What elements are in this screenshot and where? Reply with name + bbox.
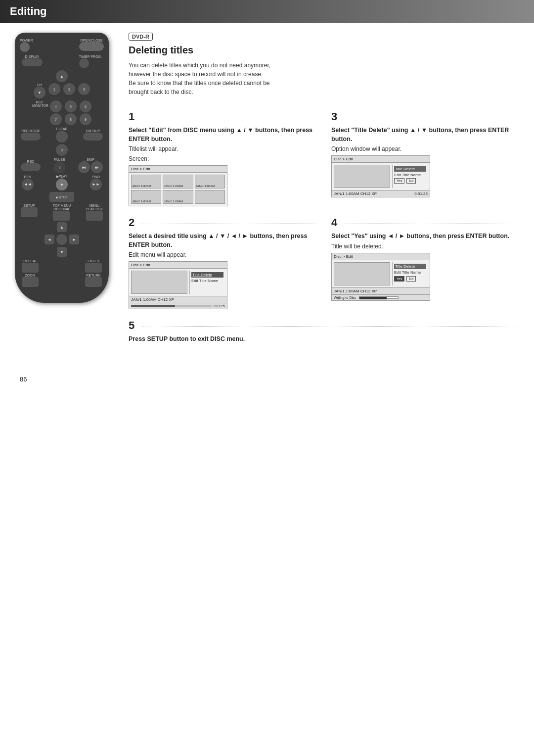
no-btn-4[interactable]: No xyxy=(406,276,416,282)
num5-button[interactable]: 5 xyxy=(65,100,77,112)
thumb-2: JAN/1 1:00AM xyxy=(163,175,193,189)
step-5-dotline xyxy=(142,327,519,327)
clear-button[interactable] xyxy=(56,131,68,142)
screen-3-header: Disc > Edit xyxy=(332,156,430,163)
pause-label: PAUSE xyxy=(53,158,65,161)
fwd-button[interactable]: ►► xyxy=(90,179,102,190)
screen-2-main-thumb xyxy=(131,271,187,294)
nav-enter-button[interactable] xyxy=(56,234,67,245)
top-menu-button[interactable] xyxy=(53,211,70,221)
num4-button[interactable]: 4 xyxy=(50,100,62,112)
skip-fwd-button[interactable]: ⏭ xyxy=(91,161,103,173)
thumb-5: JAN/1 1:00AM xyxy=(163,190,193,204)
num2-button[interactable]: 2 xyxy=(63,83,75,95)
nav-right-button[interactable]: ► xyxy=(69,235,79,244)
rec-button[interactable] xyxy=(21,163,41,171)
skip-back-button[interactable]: ⏮ xyxy=(78,161,90,173)
title-delete-label: Title Delete xyxy=(394,166,426,172)
stop-button[interactable]: ■ STOP xyxy=(49,192,74,202)
rec-mode-label: REC MODE xyxy=(21,129,41,133)
menu-button[interactable] xyxy=(86,211,103,221)
ch-label: CH xyxy=(34,83,45,87)
num7-button[interactable]: 7 xyxy=(50,113,62,125)
screen-4-main-thumb xyxy=(334,262,390,285)
return-button[interactable] xyxy=(85,277,102,287)
yes-selected-btn[interactable]: Yes xyxy=(394,276,404,282)
rec-monitor-label: RECMONITOR xyxy=(32,100,47,107)
nav-up-button[interactable]: ▲ xyxy=(57,222,67,232)
play-button[interactable]: ▶ xyxy=(56,179,68,190)
num3-button[interactable]: 3 xyxy=(78,83,90,95)
remote-top-row: POWER OPEN/CLOSE xyxy=(20,39,104,52)
nav-down-button[interactable]: ▼ xyxy=(57,247,67,257)
thumb-3: JAN/1 1:00AM xyxy=(195,175,225,189)
steps-column: DVD-R Deleting titles You can delete tit… xyxy=(129,33,519,356)
writing-disc-bar: Writing to Disc xyxy=(332,294,430,300)
screen-3-sidebar: Title Delete Edit Title Name Yes No xyxy=(392,165,428,188)
ch-down-button[interactable]: ▼ xyxy=(34,87,45,98)
rev-button[interactable]: ◄◄ xyxy=(22,179,34,190)
setup-label: SETUP xyxy=(21,204,38,207)
page-title: Editing xyxy=(10,5,524,18)
step-2-instruction: Select a desired title using ▲ / ▼ / ◄ /… xyxy=(129,232,316,249)
cm-skip-button[interactable] xyxy=(83,133,103,141)
skip-label: — SKIP — xyxy=(78,158,103,161)
num9-button[interactable]: 9 xyxy=(80,113,91,125)
num8-button[interactable]: 8 xyxy=(65,113,77,125)
repeat-label: REPEAT xyxy=(22,259,39,263)
thumb-3-label: JAN/1 1:00AM xyxy=(196,185,215,188)
repeat-button[interactable] xyxy=(22,263,39,273)
timer-prog-button[interactable] xyxy=(79,58,89,68)
fwd-label: FWD xyxy=(90,175,102,179)
no-btn[interactable]: No xyxy=(406,178,416,184)
screen-3-main-thumb xyxy=(334,165,390,188)
setup-button[interactable] xyxy=(21,207,38,217)
display-button[interactable] xyxy=(22,58,43,66)
section-title: Deleting titles xyxy=(129,45,519,56)
up-arrow-button[interactable]: ▲ xyxy=(56,70,68,82)
screen-2-time: 0:01:25 xyxy=(214,304,225,308)
step-4-instruction: Select "Yes" using ◄ / ► buttons, then p… xyxy=(331,232,519,241)
pause-button[interactable]: ⏸ xyxy=(53,161,65,173)
screen-2-header: Disc > Edit xyxy=(129,262,227,269)
screen-2-footer-left: JAN/1 1:00AM CH12 XP xyxy=(131,297,174,302)
screen-2-progress: 0:01:25 xyxy=(129,303,227,309)
num0-button[interactable]: 0 xyxy=(56,144,68,156)
step-1-dotline xyxy=(142,118,316,118)
open-close-label: OPEN/CLOSE xyxy=(79,39,104,42)
screen-3-time: 0:01:25 xyxy=(414,191,428,196)
num6-button[interactable]: 6 xyxy=(80,100,91,112)
step-3-number: 3 xyxy=(331,110,341,123)
thumb-6 xyxy=(195,190,225,204)
thumb-5-label: JAN/1 1:00AM xyxy=(164,200,183,203)
num1-button[interactable]: 1 xyxy=(48,83,60,95)
step-4-sub: Title will be deleted. xyxy=(331,243,519,250)
steps-grid: 1 Select "Edit" from DISC menu using ▲ /… xyxy=(129,110,519,356)
screen-2-footer: JAN/1 1:00AM CH12 XP xyxy=(129,296,227,303)
screen-4-footer: JAN/1 1:00AM CH12 XP xyxy=(332,287,430,294)
rec-mode-button[interactable] xyxy=(21,133,41,141)
writing-progress-fill xyxy=(359,297,387,299)
dvd-r-badge: DVD-R xyxy=(129,33,153,41)
zoom-button[interactable] xyxy=(22,277,39,287)
section-header: DVD-R Deleting titles You can delete tit… xyxy=(129,33,519,104)
step-2-dotline xyxy=(142,224,316,224)
step-2-screen: Disc > Edit Title Delete Edit Title Name… xyxy=(129,261,227,309)
thumb-1-label: JAN/1 1:00AM xyxy=(132,185,151,188)
yes-btn[interactable]: Yes xyxy=(394,178,404,184)
screen-4-title-delete: Title Delete xyxy=(394,264,426,269)
step-3-screen: Disc > Edit Title Delete Edit Title Name… xyxy=(331,155,430,197)
step-5: 5 Press SETUP button to exit DISC menu. xyxy=(129,319,519,346)
enter-button[interactable] xyxy=(85,263,102,273)
open-close-button[interactable] xyxy=(79,42,104,51)
page-number-area: 86 xyxy=(0,376,534,383)
rev-label: REV xyxy=(22,175,34,179)
step-1: 1 Select "Edit" from DISC menu using ▲ /… xyxy=(129,110,316,206)
nav-left-button[interactable]: ◄ xyxy=(44,235,54,244)
power-button[interactable] xyxy=(20,42,30,52)
step-2: 2 Select a desired title using ▲ / ▼ / ◄… xyxy=(129,216,316,309)
clear-label: CLEAR xyxy=(56,127,68,131)
step-1-screen: Disc > Edit JAN/1 1:00AM JAN/1 1:00AM JA… xyxy=(129,165,227,206)
screen-4-footer-text: JAN/1 1:00AM CH12 XP xyxy=(334,289,377,293)
timer-prog-label: TIMER PROG. xyxy=(79,55,102,58)
